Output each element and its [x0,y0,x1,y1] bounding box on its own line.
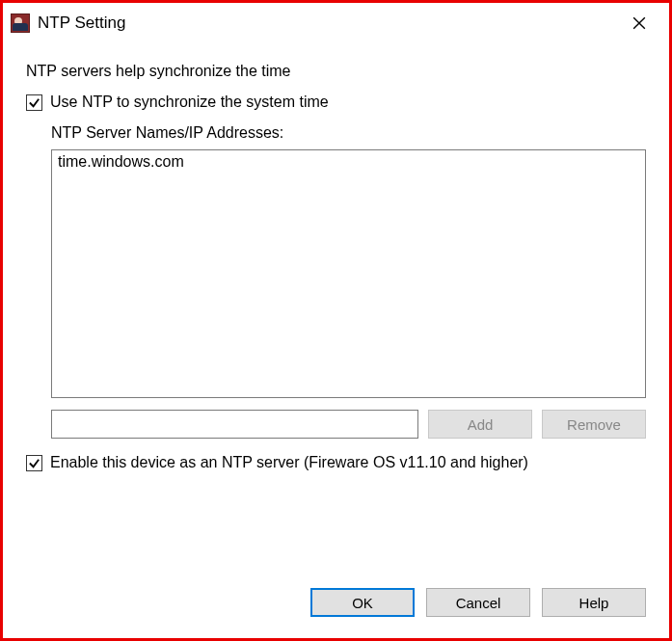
server-section: NTP Server Names/IP Addresses: time.wind… [51,124,646,439]
window-title: NTP Setting [38,13,617,33]
close-icon [632,16,646,30]
help-button[interactable]: Help [542,588,646,617]
help-text: NTP servers help synchronize the time [26,63,646,80]
titlebar: NTP Setting [3,3,669,43]
checkmark-icon [28,96,40,109]
use-ntp-checkbox[interactable] [26,94,42,111]
cancel-button[interactable]: Cancel [426,588,530,617]
add-server-row: Add Remove [51,410,646,439]
server-list-label: NTP Server Names/IP Addresses: [51,124,646,142]
app-icon [11,13,30,33]
server-listbox[interactable]: time.windows.com [51,149,646,398]
enable-as-server-row[interactable]: Enable this device as an NTP server (Fir… [26,454,646,471]
ok-button[interactable]: OK [310,588,415,617]
checkmark-icon [28,457,40,469]
new-server-input[interactable] [51,410,418,439]
use-ntp-label: Use NTP to synchronize the system time [50,93,329,111]
enable-as-server-checkbox[interactable] [26,455,42,471]
close-button[interactable] [617,8,661,39]
ntp-setting-dialog: NTP Setting NTP servers help synchronize… [3,3,669,638]
add-button[interactable]: Add [428,410,532,439]
use-ntp-row[interactable]: Use NTP to synchronize the system time [26,93,646,111]
enable-as-server-label: Enable this device as an NTP server (Fir… [50,454,528,471]
dialog-button-bar: OK Cancel Help [3,571,669,638]
remove-button[interactable]: Remove [542,410,646,439]
list-item[interactable]: time.windows.com [56,152,641,172]
dialog-content: NTP servers help synchronize the time Us… [3,43,669,571]
